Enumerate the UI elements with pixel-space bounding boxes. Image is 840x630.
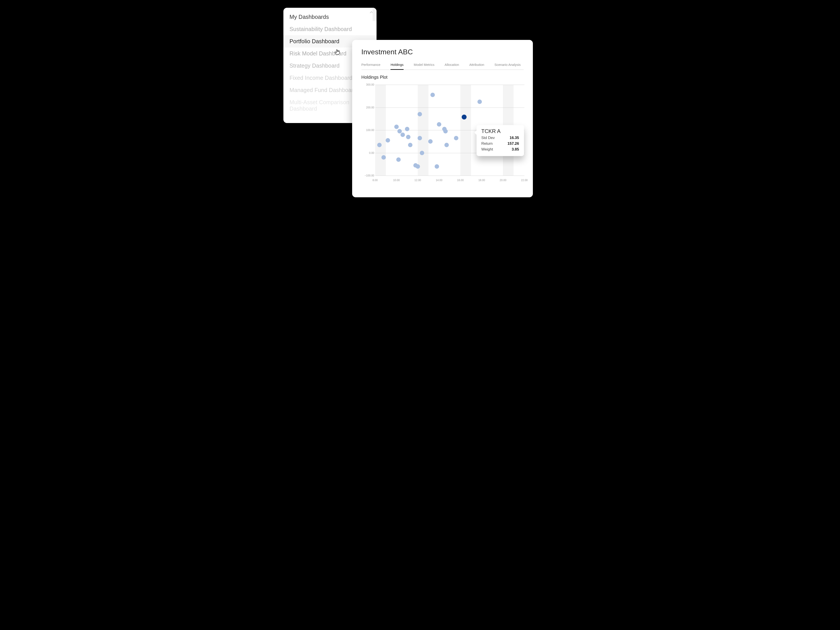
x-tick: 20.00 <box>500 179 506 182</box>
tab-scenario-analysis[interactable]: Scenario Analysis <box>494 61 521 69</box>
panel-title: Investment ABC <box>362 48 524 56</box>
tab-allocation[interactable]: Allocation <box>445 61 459 69</box>
data-point[interactable] <box>430 93 435 97</box>
tooltip-row-std-dev: Std Dev16.35 <box>482 135 519 140</box>
chart-title: Holdings Plot <box>362 75 524 80</box>
datapoint-tooltip: TCKR A Std Dev16.35Return157.26Weight3.8… <box>477 125 524 156</box>
data-point[interactable] <box>420 151 424 155</box>
data-point[interactable] <box>401 132 405 137</box>
tab-performance[interactable]: Performance <box>362 61 381 69</box>
tooltip-row-weight: Weight3.85 <box>482 147 519 152</box>
data-point[interactable] <box>396 158 401 162</box>
data-point-selected[interactable] <box>462 115 467 120</box>
y-tick: 0.00 <box>362 151 374 154</box>
data-point[interactable] <box>443 129 448 134</box>
x-tick: 22.00 <box>521 179 527 182</box>
y-tick: −100.00 <box>362 174 374 177</box>
x-tick: 10.00 <box>393 179 400 182</box>
x-tick: 8.00 <box>373 179 377 182</box>
dropdown-scrollbar[interactable] <box>373 8 377 21</box>
sidebar-item-sustainability-dashboard[interactable]: Sustainability Dashboard <box>283 23 377 35</box>
investment-panel: Investment ABC PerformanceHoldingsModel … <box>352 40 533 197</box>
data-point[interactable] <box>435 164 439 169</box>
data-point[interactable] <box>477 99 482 104</box>
data-point[interactable] <box>454 136 458 140</box>
tooltip-row-return: Return157.26 <box>482 142 519 146</box>
data-point[interactable] <box>394 124 399 129</box>
data-point[interactable] <box>437 122 441 127</box>
data-point[interactable] <box>406 135 411 139</box>
data-point[interactable] <box>415 164 420 169</box>
data-point[interactable] <box>408 143 412 147</box>
tab-bar: PerformanceHoldingsModel MetricsAllocati… <box>362 61 524 70</box>
data-point[interactable] <box>381 155 386 160</box>
x-tick: 18.00 <box>478 179 485 182</box>
data-point[interactable] <box>418 112 422 117</box>
tab-holdings[interactable]: Holdings <box>390 61 403 70</box>
data-point[interactable] <box>385 138 390 143</box>
x-tick: 14.00 <box>436 179 442 182</box>
tab-attribution[interactable]: Attribution <box>469 61 484 69</box>
x-tick: 16.00 <box>457 179 464 182</box>
data-point[interactable] <box>405 127 409 131</box>
data-point[interactable] <box>428 139 433 143</box>
data-point[interactable] <box>377 143 382 147</box>
tab-model-metrics[interactable]: Model Metrics <box>414 61 434 69</box>
y-tick: 300.00 <box>362 83 374 86</box>
sidebar-item-my-dashboards[interactable]: My Dashboards <box>283 11 377 23</box>
y-tick: 200.00 <box>362 106 374 109</box>
y-tick: 100.00 <box>362 129 374 132</box>
data-point[interactable] <box>444 143 449 147</box>
x-tick: 12.00 <box>414 179 421 182</box>
tooltip-ticker: TCKR A <box>482 128 519 134</box>
data-point[interactable] <box>418 136 422 140</box>
